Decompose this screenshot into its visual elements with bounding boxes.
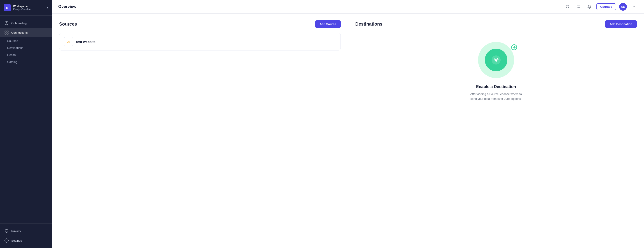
avatar-button[interactable]: SE	[619, 3, 627, 11]
source-card[interactable]: JS test website	[59, 33, 341, 50]
sidebar-item-settings[interactable]: Settings	[0, 236, 52, 245]
main-content: Overview Upgrade SE	[52, 0, 644, 248]
destinations-panel-header: Destinations Add Destination	[356, 20, 637, 28]
svg-rect-3	[5, 33, 6, 34]
sidebar-item-catalog[interactable]: Catalog	[0, 58, 52, 65]
page-title: Overview	[58, 4, 564, 9]
content-area: Sources Add Source JS test website Desti…	[52, 14, 644, 248]
arrow-right-icon	[511, 44, 517, 52]
empty-state-title: Enable a Destination	[476, 84, 516, 89]
svg-rect-2	[7, 31, 8, 32]
notifications-button[interactable]	[586, 3, 593, 11]
destination-outer-circle	[478, 42, 514, 78]
destinations-empty-state: Enable a Destination After adding a Sour…	[356, 33, 637, 101]
bell-icon	[587, 5, 592, 9]
sidebar-item-label: Onboarding	[11, 22, 27, 25]
sidebar-nav: Onboarding Connections Sources Destinati…	[0, 16, 52, 223]
destinations-panel: Destinations Add Destination	[348, 14, 644, 248]
sources-panel: Sources Add Source JS test website	[52, 14, 348, 248]
add-source-button[interactable]: Add Source	[315, 20, 341, 28]
workspace-title: Workspace	[13, 5, 47, 8]
add-destination-button[interactable]: Add Destination	[605, 20, 637, 28]
sidebar-item-onboarding[interactable]: Onboarding	[0, 18, 52, 28]
sidebar-item-connections[interactable]: Connections	[0, 28, 52, 37]
workspace-subtitle: Klaviyo-Sarah.eb...	[13, 8, 40, 11]
destination-graphic	[478, 42, 514, 78]
sources-panel-header: Sources Add Source	[59, 20, 341, 28]
sidebar-item-label: Connections	[11, 31, 28, 34]
chevron-down-icon	[632, 6, 635, 8]
destinations-heading: Destinations	[356, 22, 382, 27]
workspace-icon: K	[4, 4, 11, 11]
sidebar-item-sources[interactable]: Sources	[0, 37, 52, 44]
workspace-chevron-icon: ▾	[47, 6, 48, 9]
destination-inner-circle	[485, 49, 508, 71]
workspace-text: Workspace Klaviyo-Sarah.eb...	[13, 5, 47, 11]
chat-button[interactable]	[575, 3, 582, 11]
sidebar-privacy-label: Privacy	[11, 229, 21, 233]
privacy-icon	[4, 228, 9, 233]
sidebar-bottom: Privacy Settings	[0, 223, 52, 248]
workspace-selector[interactable]: K Workspace Klaviyo-Sarah.eb... ▾	[0, 0, 52, 16]
topbar: Overview Upgrade SE	[52, 0, 644, 14]
segment-logo-icon	[491, 55, 502, 65]
svg-point-5	[6, 240, 7, 241]
sidebar-settings-label: Settings	[11, 239, 22, 242]
svg-rect-1	[5, 31, 6, 32]
source-name: test website	[76, 40, 96, 44]
sidebar-item-destinations[interactable]: Destinations	[0, 44, 52, 51]
empty-state-description: After adding a Source, choose where to s…	[469, 92, 523, 101]
svg-rect-4	[7, 33, 8, 34]
sidebar: K Workspace Klaviyo-Sarah.eb... ▾ Onboar…	[0, 0, 52, 248]
source-type-icon: JS	[64, 37, 73, 46]
topbar-actions: Upgrade SE	[564, 3, 638, 11]
sources-heading: Sources	[59, 22, 77, 27]
svg-point-6	[566, 5, 569, 8]
search-icon	[566, 5, 570, 9]
connections-sub-nav: Sources Destinations Health Catalog	[0, 37, 52, 65]
search-button[interactable]	[564, 3, 572, 11]
svg-line-7	[568, 8, 569, 8]
connections-icon	[4, 30, 9, 35]
sidebar-item-health[interactable]: Health	[0, 51, 52, 58]
chat-icon	[576, 5, 580, 9]
onboarding-icon	[4, 21, 9, 26]
settings-icon	[4, 238, 9, 243]
sidebar-item-privacy[interactable]: Privacy	[0, 226, 52, 236]
avatar-chevron-button[interactable]	[630, 3, 638, 11]
upgrade-button[interactable]: Upgrade	[596, 4, 616, 10]
